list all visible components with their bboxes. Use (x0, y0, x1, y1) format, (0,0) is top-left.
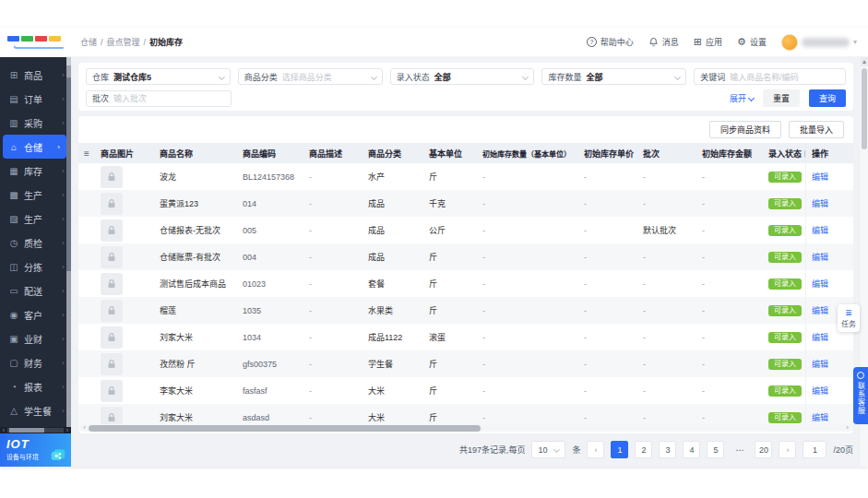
sidebar-item-delivery[interactable]: ▭ 配送 › (0, 279, 71, 302)
sidebar-item-quality[interactable]: ◷ 质检 › (0, 231, 71, 255)
chevron-down-icon (371, 73, 377, 79)
scroll-left-icon[interactable]: ‹ (0, 427, 7, 433)
product-image-cell (95, 217, 154, 243)
product-image-placeholder[interactable] (101, 166, 123, 188)
table-row[interactable]: 仓储账票-有批次 004 - 成品 斤 - - - - 可录入 编辑 (78, 243, 853, 270)
initial-price: - (578, 297, 637, 324)
product-image-placeholder[interactable] (101, 326, 123, 349)
scrollbar-thumb[interactable] (862, 68, 867, 149)
scroll-right-icon[interactable]: › (64, 427, 71, 433)
table-row[interactable]: 蛋黄派123 014 - 成品 千克 - - - - 可录入 编辑 (78, 190, 853, 217)
apps-button[interactable]: ⊞ 应用 (694, 36, 722, 48)
edit-link[interactable]: 编辑 (812, 278, 828, 290)
edit-link[interactable]: 编辑 (812, 224, 828, 236)
edit-link[interactable]: 编辑 (812, 331, 828, 343)
sidebar-item-production[interactable]: ▩ 生产 › (0, 183, 71, 207)
expand-filters-link[interactable]: 展开 (730, 92, 754, 104)
product-image-placeholder[interactable] (101, 353, 123, 375)
page-button-1[interactable]: 1 (611, 441, 628, 458)
column-settings-icon[interactable]: ≡ (78, 143, 95, 163)
batch-input[interactable]: 批次 输入批次 (86, 90, 232, 107)
page-button-5[interactable]: 5 (707, 441, 724, 458)
product-image-placeholder[interactable] (101, 219, 123, 242)
reset-button[interactable]: 重置 (763, 89, 800, 107)
page-ellipsis: ⋯ (731, 441, 748, 458)
sidebar-item-biz-finance[interactable]: ▣ 业财 › (0, 326, 71, 350)
initial-price: - (578, 377, 637, 404)
chevron-right-icon: › (62, 263, 65, 271)
lock-icon (106, 359, 117, 370)
tasks-widget[interactable]: ≣ 任务 (838, 304, 860, 332)
entry-status-select[interactable]: 录入状态 全部 (390, 68, 535, 85)
batch: - (637, 243, 696, 270)
lock-icon (106, 252, 117, 263)
product-category: 成品 (363, 243, 423, 270)
table-row[interactable]: 仓储报表-无批次 005 - 成品 公斤 - - 默认批次 - 可录入 编辑 (78, 217, 853, 243)
product-image-placeholder[interactable] (101, 273, 123, 295)
product-image-placeholder[interactable] (101, 193, 123, 215)
search-button[interactable]: 查询 (809, 89, 846, 107)
sidebar-item-warehouse[interactable]: ⌂ 仓储 › (3, 135, 66, 159)
sidebar-horizontal-scrollbar[interactable]: ‹ › (0, 427, 71, 433)
table-row[interactable]: 刘家大米 1034 - 成品1122 滚蛋 - - - - 可录入 编辑 (78, 324, 853, 350)
scroll-left-icon[interactable]: ‹ (80, 424, 89, 432)
edit-link[interactable]: 编辑 (812, 304, 828, 316)
edit-link[interactable]: 编辑 (812, 411, 828, 423)
product-image-placeholder[interactable] (101, 300, 123, 322)
contact-service-tab[interactable]: 联系客服 (853, 367, 868, 424)
batch: - (637, 350, 696, 377)
page-size-select[interactable]: 10 (531, 441, 565, 458)
sidebar-item-purchase[interactable]: ▥ 采购 › (0, 111, 71, 135)
user-menu[interactable]: ▾ (781, 34, 857, 51)
table-row[interactable]: 波龙 BL124157368 - 水产 斤 - - - - 可录入 编辑 (78, 163, 853, 190)
col-product-image: 商品图片 (95, 143, 154, 163)
table-row[interactable]: 测试售后成本商品 01023 - 套餐 斤 - - - - 可录入 编辑 (78, 270, 853, 297)
page-button-3[interactable]: 3 (659, 441, 676, 458)
settings-button[interactable]: ⚙ 设置 (737, 36, 767, 48)
sidebar-item-student-meal[interactable]: △ 学生餐 › (0, 398, 71, 422)
edit-link[interactable]: 编辑 (812, 358, 828, 370)
edit-link[interactable]: 编辑 (812, 171, 828, 183)
sidebar-vertical-scrollbar[interactable] (66, 57, 71, 433)
breadcrumb-warehouse[interactable]: 仓储 (80, 36, 97, 48)
sidebar-item-inventory[interactable]: ▦ 库存 › (0, 159, 71, 183)
page-button-2[interactable]: 2 (635, 441, 652, 458)
help-center-button[interactable]: ? 帮助中心 (587, 36, 634, 48)
sidebar-item-goods[interactable]: ⊞ 商品 › (0, 63, 71, 87)
quality-icon: ◷ (8, 238, 19, 248)
sync-products-button[interactable]: 同步商品资料 (709, 121, 781, 138)
bulk-import-button[interactable]: 批量导入 (789, 121, 844, 138)
initial-price: - (578, 163, 637, 190)
warehouse-select[interactable]: 仓库 测试仓库5 (86, 68, 231, 85)
sidebar-item-sorting[interactable]: ◫ 分拣 › (0, 255, 71, 279)
edit-link[interactable]: 编辑 (812, 385, 828, 397)
page-button-4[interactable]: 4 (683, 441, 700, 458)
category-select[interactable]: 商品分类 选择商品分类 (238, 68, 383, 85)
stock-qty-select[interactable]: 库存数量 全部 (541, 68, 686, 85)
chevron-down-icon (748, 95, 755, 101)
product-image-placeholder[interactable] (101, 380, 123, 402)
messages-button[interactable]: 消息 (648, 36, 679, 48)
table-row[interactable]: 孜然粉 斤 gfs00375 - 学生餐 斤 - - - - 可录入 编辑 (78, 350, 853, 377)
keyword-input[interactable]: 关键词 输入商品名称/编码 (694, 68, 846, 85)
scroll-up-icon[interactable] (861, 57, 868, 66)
next-page-button[interactable]: › (779, 441, 796, 458)
table-horizontal-scrollbar[interactable]: ‹ › (80, 424, 851, 432)
sidebar-item-finance[interactable]: ▢ 财务 › (0, 350, 71, 374)
sidebar-item-customers[interactable]: ◉ 客户 › (0, 302, 71, 326)
sidebar-item-reports[interactable]: ◔ 报表 › (0, 374, 71, 398)
sidebar-item-production2[interactable]: ▨ 生产 › (0, 207, 71, 231)
jump-page-input[interactable]: 1 (803, 441, 826, 458)
breadcrumb-stocktake[interactable]: 盘点管理 (107, 36, 140, 48)
initial-price: - (578, 217, 637, 243)
page-button-20[interactable]: 20 (755, 441, 772, 458)
sidebar-item-orders[interactable]: ▤ 订单 › (0, 87, 71, 111)
sidebar-item-label: 生产 (24, 188, 42, 202)
product-image-placeholder[interactable] (101, 246, 123, 268)
prev-page-button[interactable]: ‹ (587, 441, 604, 458)
scroll-right-icon[interactable]: › (843, 424, 851, 432)
edit-link[interactable]: 编辑 (812, 251, 828, 263)
table-row[interactable]: 榴莲 1035 - 水果类 斤 - - - - 可录入 编辑 (78, 297, 853, 324)
edit-link[interactable]: 编辑 (812, 197, 828, 209)
table-row[interactable]: 李家大米 fasfasf - 大米 斤 - - - - 可录入 编辑 (78, 377, 853, 404)
